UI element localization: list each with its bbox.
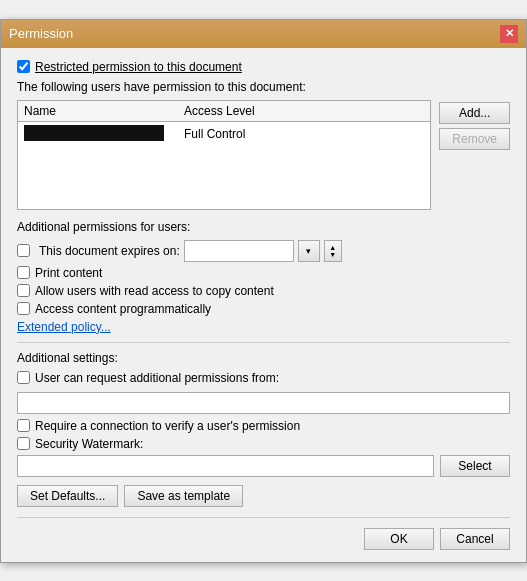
expires-spinner[interactable]: ▲ ▼ <box>324 240 342 262</box>
expires-label[interactable]: This document expires on: <box>39 244 180 258</box>
divider <box>17 342 510 343</box>
print-label[interactable]: Print content <box>35 266 102 280</box>
col-name-header: Name <box>24 104 184 118</box>
table-section: Name Access Level Full Control Add... Re… <box>17 100 510 210</box>
access-prog-checkbox[interactable] <box>17 302 30 315</box>
expires-row: This document expires on: ▾ ▲ ▼ <box>17 240 510 262</box>
user-table: Name Access Level Full Control <box>17 100 431 210</box>
access-prog-row: Access content programmatically <box>17 302 510 316</box>
restrict-row: Restricted permission to this document <box>17 60 510 74</box>
additional-settings-label: Additional settings: <box>17 351 510 365</box>
security-watermark-row: Security Watermark: <box>17 437 510 451</box>
ok-button[interactable]: OK <box>364 528 434 550</box>
expires-input[interactable] <box>184 240 294 262</box>
bottom-buttons: Set Defaults... Save as template <box>17 485 510 507</box>
additional-permissions: Additional permissions for users: This d… <box>17 220 510 334</box>
print-row: Print content <box>17 266 510 280</box>
expires-checkbox[interactable] <box>17 244 30 257</box>
request-perm-label[interactable]: User can request additional permissions … <box>35 371 279 385</box>
extended-policy-link[interactable]: Extended policy... <box>17 320 510 334</box>
additional-settings: Additional settings: User can request ad… <box>17 351 510 477</box>
user-name-cell <box>24 125 184 144</box>
close-button[interactable]: ✕ <box>500 25 518 43</box>
security-watermark-checkbox[interactable] <box>17 437 30 450</box>
require-connection-label[interactable]: Require a connection to verify a user's … <box>35 419 300 433</box>
footer-buttons: OK Cancel <box>17 517 510 550</box>
restrict-label[interactable]: Restricted permission to this document <box>35 60 242 74</box>
bottom-left-buttons: Set Defaults... Save as template <box>17 485 243 507</box>
access-cell: Full Control <box>184 127 245 141</box>
print-checkbox[interactable] <box>17 266 30 279</box>
additional-permissions-label: Additional permissions for users: <box>17 220 510 234</box>
require-connection-checkbox[interactable] <box>17 419 30 432</box>
users-desc: The following users have permission to t… <box>17 80 510 94</box>
save-template-button[interactable]: Save as template <box>124 485 243 507</box>
request-perm-row: User can request additional permissions … <box>17 371 510 385</box>
title-bar: Permission ✕ <box>1 20 526 48</box>
table-row[interactable]: Full Control <box>18 122 430 147</box>
user-name-redacted <box>24 125 164 141</box>
request-perm-checkbox[interactable] <box>17 371 30 384</box>
permission-dialog: Permission ✕ Restricted permission to th… <box>0 19 527 563</box>
select-button[interactable]: Select <box>440 455 510 477</box>
restrict-checkbox[interactable] <box>17 60 30 73</box>
copy-row: Allow users with read access to copy con… <box>17 284 510 298</box>
require-connection-row: Require a connection to verify a user's … <box>17 419 510 433</box>
col-access-header: Access Level <box>184 104 255 118</box>
copy-checkbox[interactable] <box>17 284 30 297</box>
expires-dropdown-btn[interactable]: ▾ <box>298 240 320 262</box>
remove-button[interactable]: Remove <box>439 128 510 150</box>
security-watermark-input-row: Select <box>17 455 510 477</box>
request-perm-input[interactable] <box>17 392 510 414</box>
copy-label[interactable]: Allow users with read access to copy con… <box>35 284 274 298</box>
table-action-buttons: Add... Remove <box>439 100 510 210</box>
table-header: Name Access Level <box>18 101 430 122</box>
cancel-button[interactable]: Cancel <box>440 528 510 550</box>
access-prog-label[interactable]: Access content programmatically <box>35 302 211 316</box>
set-defaults-button[interactable]: Set Defaults... <box>17 485 118 507</box>
dialog-content: Restricted permission to this document T… <box>1 48 526 562</box>
security-watermark-input[interactable] <box>17 455 434 477</box>
dialog-title: Permission <box>9 26 73 41</box>
security-watermark-label[interactable]: Security Watermark: <box>35 437 143 451</box>
add-button[interactable]: Add... <box>439 102 510 124</box>
